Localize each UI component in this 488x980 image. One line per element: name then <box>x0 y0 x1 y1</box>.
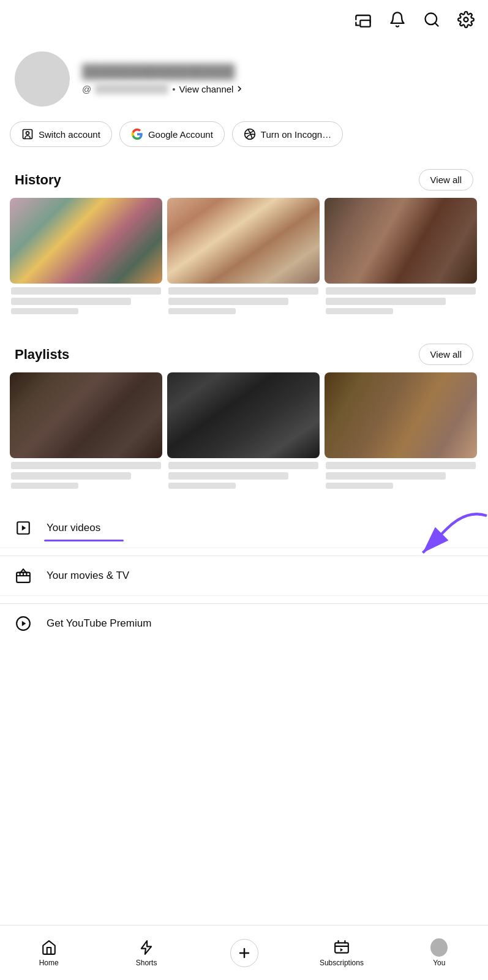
svg-marker-9 <box>22 526 26 531</box>
thumb-line <box>11 483 78 489</box>
thumb-line <box>326 287 476 295</box>
history-section: History View all <box>0 164 488 322</box>
history-thumb-2[interactable] <box>167 198 320 314</box>
thumb-line <box>326 472 446 480</box>
nav-subscriptions-label: Subscriptions <box>320 959 364 967</box>
incognito-button[interactable]: Turn on Incogn… <box>232 121 343 147</box>
google-account-button[interactable]: Google Account <box>119 121 225 147</box>
purple-underline <box>44 540 124 541</box>
history-header: History View all <box>0 164 488 198</box>
history-thumbnail-image-2 <box>167 198 320 284</box>
thumb-line <box>168 462 318 469</box>
svg-marker-23 <box>340 948 343 951</box>
history-thumbnail-image-3 <box>325 198 477 284</box>
svg-point-4 <box>464 18 468 22</box>
history-thumb-3[interactable] <box>325 198 477 314</box>
thumb-line <box>168 298 288 305</box>
history-thumb-2-text <box>167 287 320 314</box>
view-channel-label: View channel <box>179 84 234 94</box>
svg-marker-17 <box>22 621 26 627</box>
your-videos-menu-item[interactable]: Your videos <box>0 508 488 548</box>
profile-handle <box>95 83 168 94</box>
you-avatar-circle <box>430 938 448 957</box>
settings-icon[interactable] <box>456 10 476 29</box>
thumb-line <box>11 287 161 295</box>
incognito-label: Turn on Incogn… <box>261 129 331 140</box>
playlist-thumb-3-text <box>325 462 477 489</box>
thumb-line <box>326 298 446 305</box>
menu-items: Your videos <box>0 508 488 643</box>
cast-icon[interactable] <box>353 10 373 29</box>
your-movies-tv-menu-item[interactable]: Your movies & TV <box>0 556 488 596</box>
nav-home-label: Home <box>39 959 59 967</box>
profile-name: ████████████████ <box>82 64 244 80</box>
your-videos-label: Your videos <box>47 522 100 534</box>
playlist-thumbnail-image-2 <box>167 372 320 458</box>
nav-you-label: You <box>433 959 445 967</box>
thumb-line <box>11 298 131 305</box>
at-symbol: @ <box>82 84 91 94</box>
nav-home[interactable]: Home <box>0 939 97 967</box>
playlist-thumb-3[interactable] <box>325 372 477 489</box>
subscriptions-icon <box>333 939 350 956</box>
shorts-icon <box>138 939 155 956</box>
svg-point-6 <box>26 132 29 135</box>
thumb-line <box>168 308 236 314</box>
clapperboard-icon <box>15 567 32 584</box>
thumb-line <box>168 472 288 480</box>
home-icon <box>40 939 58 956</box>
playlists-title: Playlists <box>15 347 69 363</box>
top-bar <box>0 0 488 39</box>
playlist-thumb-2[interactable] <box>167 372 320 489</box>
profile-handle-row: @ • View channel <box>82 83 244 94</box>
playlists-section: Playlists View all <box>0 339 488 496</box>
svg-rect-1 <box>360 20 370 26</box>
nav-shorts[interactable]: Shorts <box>97 939 195 967</box>
you-avatar-icon <box>430 939 448 956</box>
history-thumbnail-image-1 <box>10 198 162 284</box>
history-thumb-1[interactable] <box>10 198 162 314</box>
history-thumb-1-text <box>10 287 162 314</box>
avatar <box>15 51 70 107</box>
youtube-premium-label: Get YouTube Premium <box>47 617 151 630</box>
google-account-label: Google Account <box>148 129 213 140</box>
playlist-thumbnail-image-1 <box>10 372 162 458</box>
profile-section: ████████████████ @ • View channel <box>0 39 488 121</box>
switch-account-label: Switch account <box>39 129 100 140</box>
view-channel-link[interactable]: View channel <box>179 84 245 94</box>
nav-create[interactable] <box>195 939 293 967</box>
svg-rect-20 <box>335 943 348 952</box>
thumb-line <box>168 287 318 295</box>
youtube-premium-menu-item[interactable]: Get YouTube Premium <box>0 604 488 643</box>
profile-info: ████████████████ @ • View channel <box>82 64 244 94</box>
switch-account-button[interactable]: Switch account <box>10 121 112 147</box>
thumb-line <box>11 462 161 469</box>
thumb-line <box>11 308 78 314</box>
play-circle-icon <box>15 615 32 632</box>
notifications-icon[interactable] <box>388 10 407 29</box>
playlist-thumb-1[interactable] <box>10 372 162 489</box>
thumb-line <box>326 462 476 469</box>
playlists-thumbnails <box>0 372 488 496</box>
thumb-line <box>326 308 393 314</box>
search-icon[interactable] <box>422 10 441 29</box>
playlist-thumbnail-image-3 <box>325 372 477 458</box>
nav-you[interactable]: You <box>391 939 488 967</box>
your-movies-tv-label: Your movies & TV <box>47 570 129 582</box>
thumb-line <box>326 483 393 489</box>
bottom-nav: Home Shorts Subscript <box>0 925 488 980</box>
playlist-thumb-1-text <box>10 462 162 489</box>
history-view-all-button[interactable]: View all <box>419 169 473 190</box>
history-thumbnails <box>0 198 488 322</box>
history-thumb-3-text <box>325 287 477 314</box>
separator: • <box>172 84 175 94</box>
svg-line-3 <box>435 23 438 26</box>
play-square-icon <box>15 519 32 537</box>
history-title: History <box>15 172 61 188</box>
nav-subscriptions[interactable]: Subscriptions <box>293 939 390 967</box>
nav-shorts-label: Shorts <box>136 959 157 967</box>
playlist-thumb-2-text <box>167 462 320 489</box>
thumb-line <box>11 472 131 480</box>
playlists-header: Playlists View all <box>0 339 488 372</box>
playlists-view-all-button[interactable]: View all <box>419 344 473 365</box>
